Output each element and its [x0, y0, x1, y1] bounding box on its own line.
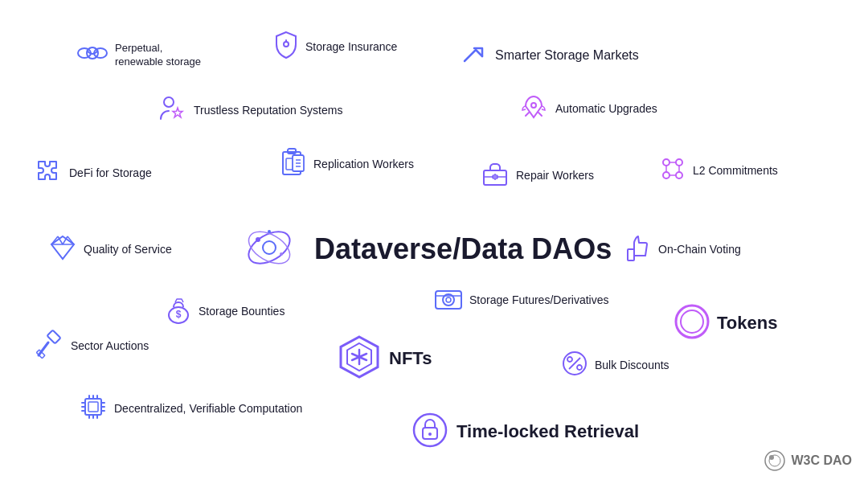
feature-storage-futures: Storage Futures/Derivatives: [434, 286, 609, 314]
svg-point-21: [676, 159, 682, 166]
feature-quality-of-service: Quality of Service: [48, 233, 172, 265]
svg-point-23: [676, 172, 682, 178]
feature-dataverse: Dataverse/Data DAOs: [237, 215, 612, 283]
svg-point-30: [263, 241, 276, 254]
svg-point-76: [428, 433, 432, 436]
thumbsup-icon: [623, 233, 652, 265]
l2-commitments-label: L2 Commitments: [693, 163, 778, 178]
repair-workers-label: Repair Workers: [516, 168, 594, 182]
hexagon-icon: [336, 334, 383, 383]
svg-marker-5: [173, 108, 182, 117]
arrow-up-icon: [458, 39, 489, 72]
feature-decentralized-computation: Decentralized, Verifiable Computation: [79, 392, 302, 424]
perpetual-storage-label: Perpetual, renewable storage: [115, 42, 201, 69]
rocket-icon: [518, 92, 549, 125]
svg-rect-40: [628, 249, 634, 260]
automatic-upgrades-label: Automatic Upgrades: [555, 101, 657, 116]
quality-of-service-label: Quality of Service: [84, 242, 172, 256]
circle-o-icon: [674, 303, 710, 343]
bulk-discounts-label: Bulk Discounts: [595, 358, 669, 372]
feature-automatic-upgrades: Automatic Upgrades: [518, 92, 657, 125]
feature-l2-commitments: L2 Commitments: [659, 155, 778, 186]
trustless-reputation-label: Trustless Reputation Systems: [194, 103, 342, 117]
svg-rect-60: [85, 399, 101, 415]
clipboard-icon: [280, 147, 307, 181]
person-star-icon: [157, 93, 187, 127]
svg-point-6: [531, 103, 536, 108]
svg-point-33: [268, 230, 271, 233]
infinity-icon: [76, 42, 108, 68]
toolbox-icon: [481, 159, 510, 191]
storage-bounties-label: Storage Bounties: [199, 304, 285, 318]
dataverse-label: Dataverse/Data DAOs: [314, 231, 612, 269]
sector-auctions-label: Sector Auctions: [71, 338, 149, 353]
orbit-icon: [237, 215, 301, 283]
feature-bulk-discounts: Bulk Discounts: [561, 350, 669, 380]
nfts-label: NFTs: [389, 347, 432, 371]
storage-insurance-label: Storage Insurance: [305, 39, 397, 54]
feature-perpetual-storage: Perpetual, renewable storage: [76, 42, 201, 69]
replication-workers-label: Replication Workers: [313, 157, 414, 171]
percent-icon: [561, 350, 588, 380]
svg-rect-61: [88, 402, 98, 412]
tokens-label: Tokens: [717, 312, 777, 335]
timelocked-retrieval-label: Time-locked Retrieval: [457, 420, 639, 444]
decentralized-computation-label: Decentralized, Verifiable Computation: [114, 401, 302, 416]
feature-repair-workers: Repair Workers: [481, 159, 594, 191]
defi-storage-label: DeFi for Storage: [69, 166, 152, 180]
svg-point-45: [446, 297, 451, 302]
svg-point-58: [567, 357, 572, 362]
feature-smarter-markets: Smarter Storage Markets: [458, 39, 639, 72]
feature-timelocked-retrieval: Time-locked Retrieval: [410, 410, 639, 453]
feature-storage-bounties: $ Storage Bounties: [165, 294, 285, 328]
svg-rect-15: [484, 170, 506, 185]
svg-point-59: [577, 365, 582, 370]
svg-point-22: [663, 172, 669, 178]
feature-defi-storage: DeFi for Storage: [34, 157, 152, 189]
on-chain-voting-label: On-Chain Voting: [658, 242, 741, 256]
watermark-label: W3C DAO: [791, 453, 852, 468]
main-container: Perpetual, renewable storage Storage Ins…: [0, 0, 868, 488]
svg-point-32: [280, 252, 283, 256]
svg-point-47: [681, 310, 703, 333]
svg-point-4: [164, 97, 174, 107]
smarter-markets-label: Smarter Storage Markets: [495, 47, 639, 64]
feature-on-chain-voting: On-Chain Voting: [623, 233, 741, 265]
watermark: W3C DAO: [764, 449, 852, 472]
storage-futures-label: Storage Futures/Derivatives: [469, 293, 609, 307]
lock-circle-icon: [410, 410, 450, 453]
svg-point-79: [769, 455, 774, 460]
feature-trustless-reputation: Trustless Reputation Systems: [157, 93, 342, 127]
moneybag-icon: $: [165, 294, 192, 328]
shield-icon: [273, 31, 299, 63]
svg-point-31: [256, 237, 260, 242]
camera-icon: [434, 286, 463, 314]
feature-sector-auctions: Sector Auctions: [35, 330, 149, 362]
feature-nfts: NFTs: [336, 334, 432, 383]
grid-icon: [659, 155, 686, 186]
hammer-icon: [35, 330, 64, 362]
w3c-dao-icon: [764, 449, 786, 472]
svg-line-57: [569, 358, 580, 369]
chip-icon: [79, 392, 108, 424]
svg-point-20: [663, 159, 669, 166]
diamond-icon: [48, 233, 77, 265]
feature-replication-workers: Replication Workers: [280, 147, 414, 181]
puzzle-icon: [34, 157, 63, 189]
feature-storage-insurance: Storage Insurance: [273, 31, 397, 63]
feature-tokens: Tokens: [674, 303, 777, 343]
svg-point-77: [765, 451, 784, 470]
svg-text:$: $: [176, 309, 182, 320]
